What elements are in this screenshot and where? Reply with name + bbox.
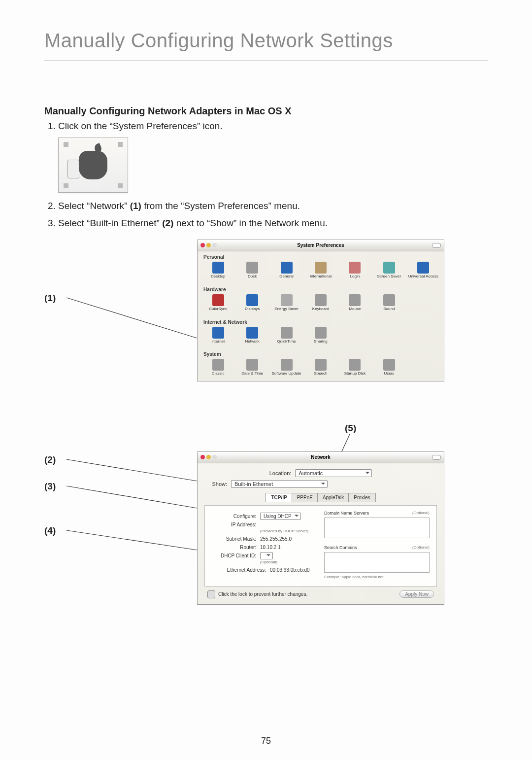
location-label: Location: [269, 470, 296, 476]
callout-4: (4) [44, 525, 56, 536]
configure-select[interactable]: Using DHCP [260, 513, 301, 520]
toolbar-pill-icon[interactable] [432, 455, 441, 460]
quicktime-icon [281, 327, 293, 339]
dhcp-client-input[interactable] [260, 552, 273, 559]
dns-label: Domain Name Servers [324, 511, 369, 516]
callout-1: (1) [44, 293, 56, 304]
pref-item[interactable]: Sharing [305, 327, 336, 344]
page-title: Manually Configuring Network Settings [44, 30, 488, 61]
network-icon [246, 327, 258, 339]
system-preferences-icon [58, 138, 128, 193]
pref-item[interactable]: International [305, 262, 336, 279]
configure-label: Configure: [212, 514, 260, 519]
tab-appletalk[interactable]: AppleTalk [317, 493, 349, 502]
ethernet-address-value: 00:03:93:0b:eb:d0 [270, 567, 317, 573]
colorsync-icon [212, 294, 224, 306]
software-update-icon [281, 359, 293, 371]
pref-item[interactable]: Speech [305, 359, 336, 376]
tab-tcpip[interactable]: TCP/IP [266, 493, 292, 502]
lock-icon[interactable] [207, 590, 215, 598]
search-domains-label: Search Domains [324, 545, 357, 550]
dhcp-note: (Optional) [260, 560, 317, 564]
login-icon [349, 262, 361, 274]
apply-now-button[interactable]: Apply Now [399, 590, 434, 598]
pref-item[interactable]: Users [373, 359, 404, 376]
step-3-pre: Select “Built-in Ethernet” [58, 218, 162, 228]
pref-item[interactable]: Startup Disk [339, 359, 370, 376]
pref-item[interactable]: Sound [373, 294, 404, 311]
desktop-icon [212, 262, 224, 274]
international-icon [315, 262, 327, 274]
pref-item[interactable]: Screen Saver [373, 262, 404, 279]
universal-access-icon [417, 262, 429, 274]
tabs: TCP/IP PPPoE AppleTalk Proxies [204, 493, 437, 502]
window-title: System Preferences [198, 242, 444, 248]
pref-item[interactable]: General [271, 262, 302, 279]
step-3-bold: (2) [162, 218, 173, 228]
pref-item[interactable]: Energy Saver [271, 294, 302, 311]
callout-2: (2) [44, 454, 56, 465]
keyboard-icon [315, 294, 327, 306]
pref-item[interactable]: Classic [202, 359, 233, 376]
step-1: Click on the “System Preferences” icon. [58, 120, 488, 133]
pref-item[interactable]: Universal Access [408, 262, 439, 279]
router-value: 10.10.2.1 [260, 545, 317, 550]
energy-saver-icon [281, 294, 293, 306]
search-optional: (Optional) [412, 545, 430, 550]
figure-area: (1) (2) (3) (4) (5) System Preferences P… [44, 240, 488, 708]
pref-item[interactable]: Internet [202, 327, 233, 344]
pref-item[interactable]: QuickTime [271, 327, 302, 344]
screensaver-icon [383, 262, 395, 274]
step-2-post: from the “System Preferences” menu. [141, 201, 300, 211]
dns-optional: (Optional) [412, 511, 430, 515]
steps-list: Click on the “System Preferences” icon. [44, 120, 488, 133]
dock-icon [246, 262, 258, 274]
section-label: Internet & Network [203, 319, 439, 325]
router-label: Router: [212, 545, 260, 550]
lightswitch-icon [67, 160, 79, 178]
svg-line-1 [66, 459, 197, 481]
apple-logo-icon [79, 151, 107, 179]
show-label: Show: [204, 481, 231, 487]
step-2-bold: (1) [130, 201, 141, 211]
step-3: Select “Built-in Ethernet” (2) next to “… [58, 217, 488, 230]
tab-proxies[interactable]: Proxies [348, 493, 375, 502]
handle-icon [118, 183, 123, 188]
page-number: 75 [0, 736, 532, 746]
pref-item[interactable]: Date & Time [236, 359, 267, 376]
general-icon [281, 262, 293, 274]
section-label: Personal [203, 254, 439, 260]
classic-icon [212, 359, 224, 371]
ip-note: (Provided by DHCP Server) [260, 529, 317, 533]
tab-pppoe[interactable]: PPPoE [292, 493, 318, 502]
section-personal: Personal Desktop Dock General Internatio… [198, 251, 444, 284]
pref-item-network[interactable]: Network [236, 327, 267, 344]
pref-item[interactable]: ColorSync [202, 294, 233, 311]
mouse-icon [349, 294, 361, 306]
network-window: Network Location: Automatic Show: Built-… [197, 451, 444, 605]
system-preferences-window: System Preferences Personal Desktop Dock… [197, 240, 444, 381]
titlebar: System Preferences [198, 240, 444, 251]
section-label: System [203, 351, 439, 357]
subnet-label: Subnet Mask: [212, 536, 260, 542]
pref-item[interactable]: Dock [236, 262, 267, 279]
dns-input[interactable] [324, 518, 430, 538]
show-select[interactable]: Built-in Ethernet [231, 480, 328, 488]
example-text: Example: apple.com, earthlink.net [324, 575, 430, 579]
step-2-pre: Select “Network” [58, 201, 130, 211]
pref-item[interactable]: Login [339, 262, 370, 279]
location-select[interactable]: Automatic [295, 469, 372, 477]
step-2: Select “Network” (1) from the “System Pr… [58, 200, 488, 212]
pref-item[interactable]: Mouse [339, 294, 370, 311]
pref-item[interactable]: Displays [236, 294, 267, 311]
callout-5: (5) [345, 423, 356, 434]
dhcp-client-label: DHCP Client ID: [212, 553, 260, 558]
svg-line-3 [66, 530, 197, 550]
search-domains-input[interactable] [324, 552, 430, 573]
pref-item[interactable]: Keyboard [305, 294, 336, 311]
pref-item[interactable]: Desktop [202, 262, 233, 279]
lock-text: Click the lock to prevent further change… [218, 591, 307, 597]
sound-icon [383, 294, 395, 306]
toolbar-pill-icon[interactable] [432, 243, 441, 248]
pref-item[interactable]: Software Update [271, 359, 302, 376]
